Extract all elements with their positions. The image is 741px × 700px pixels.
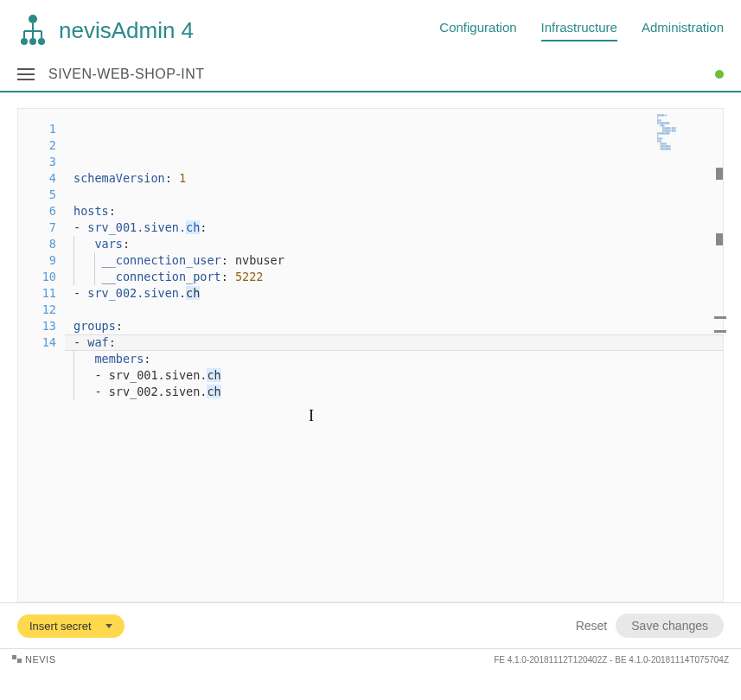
line-number: 6	[18, 203, 56, 220]
app-footer: NEVIS FE 4.1.0-20181112T120402Z - BE 4.1…	[0, 648, 741, 670]
code-content: schemaVersion: 1 hosts: - srv_001.siven.…	[73, 170, 714, 400]
line-number: 7	[18, 220, 56, 236]
line-number: 14	[18, 334, 56, 351]
main-nav: Configuration Infrastructure Administrat…	[439, 20, 724, 41]
insert-secret-button[interactable]: Insert secret	[17, 614, 125, 638]
scroll-marker[interactable]	[714, 316, 726, 319]
project-bar: SIVEN-WEB-SHOP-INT	[0, 58, 741, 92]
scroll-marker[interactable]	[716, 168, 723, 180]
vendor-name: NEVIS	[25, 654, 56, 665]
editor-container: 1 2 3 4 5 6 7 8 9 10 11 12 13 14 schemaV…	[0, 92, 741, 602]
scroll-marker[interactable]	[714, 330, 726, 333]
line-number: 10	[18, 269, 56, 285]
line-number: 2	[18, 137, 56, 154]
line-number: 8	[18, 236, 56, 252]
svg-point-1	[21, 38, 28, 45]
insert-secret-label: Insert secret	[29, 620, 92, 633]
status-indicator	[715, 70, 724, 79]
app-header: nevisAdmin 4 Configuration Infrastructur…	[0, 0, 741, 58]
minimap[interactable]: ███████ █ █ ████ ████████████ ████ █████…	[657, 114, 718, 166]
brand-logo: nevisAdmin 4	[17, 12, 194, 48]
editor-toolbar: Insert secret Reset Save changes	[0, 602, 741, 648]
svg-point-0	[29, 15, 37, 23]
line-number: 12	[18, 302, 56, 318]
line-number: 11	[18, 285, 56, 302]
code-editor[interactable]: 1 2 3 4 5 6 7 8 9 10 11 12 13 14 schemaV…	[17, 108, 724, 602]
reset-button[interactable]: Reset	[576, 619, 608, 633]
text-cursor-icon: I	[309, 408, 314, 424]
line-number: 5	[18, 187, 56, 203]
line-number: 1	[18, 121, 56, 137]
svg-rect-4	[12, 655, 16, 659]
menu-icon[interactable]	[17, 68, 35, 80]
brand-icon	[17, 12, 48, 48]
vendor-logo: NEVIS	[12, 654, 56, 665]
save-button[interactable]: Save changes	[616, 614, 724, 638]
line-gutter: 1 2 3 4 5 6 7 8 9 10 11 12 13 14	[18, 109, 65, 601]
svg-rect-5	[17, 659, 22, 663]
scroll-marker[interactable]	[716, 233, 723, 245]
nav-administration[interactable]: Administration	[642, 20, 724, 41]
code-area[interactable]: schemaVersion: 1 hosts: - srv_001.siven.…	[65, 109, 723, 601]
svg-point-3	[38, 38, 45, 45]
brand-title: nevisAdmin 4	[59, 17, 194, 44]
line-number: 9	[18, 252, 56, 269]
chevron-down-icon	[105, 624, 112, 628]
nav-configuration[interactable]: Configuration	[439, 20, 516, 41]
line-number: 3	[18, 154, 56, 170]
line-number: 13	[18, 318, 56, 334]
version-text: FE 4.1.0-20181112T120402Z - BE 4.1.0-201…	[494, 655, 729, 665]
line-number: 4	[18, 170, 56, 187]
project-title: SIVEN-WEB-SHOP-INT	[48, 67, 205, 82]
nav-infrastructure[interactable]: Infrastructure	[541, 20, 617, 41]
svg-point-2	[29, 38, 36, 45]
